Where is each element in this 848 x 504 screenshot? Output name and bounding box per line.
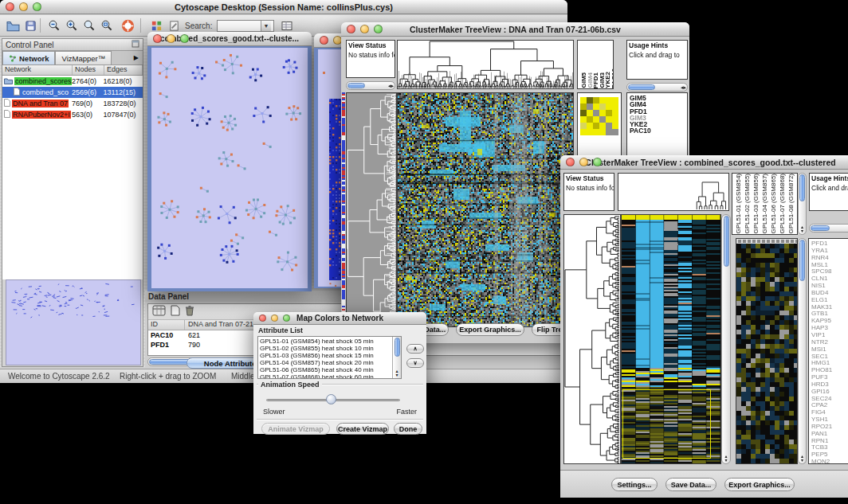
move-down-button[interactable]: ∨ bbox=[406, 358, 424, 368]
scrollbar-thumb[interactable] bbox=[811, 225, 830, 231]
scroll-arrows-icon[interactable]: ▴▾ bbox=[801, 455, 803, 463]
column-label[interactable]: GPL51-06 (GSM865) bbox=[770, 174, 779, 234]
float-panel-icon[interactable] bbox=[132, 40, 139, 49]
tab-scroll-right-icon[interactable]: ▶ bbox=[130, 51, 143, 64]
network-window-titlebar[interactable]: combined_scores_good.txt--cluste... bbox=[147, 32, 312, 46]
scrollbar-thumb[interactable] bbox=[347, 83, 365, 88]
attribute-item[interactable]: GPL51-01 (GSM854) heat shock 05 min bbox=[260, 338, 391, 345]
scrollbar-thumb[interactable] bbox=[799, 240, 805, 281]
zoom-button[interactable] bbox=[180, 34, 189, 43]
attribute-item[interactable]: GPL51-06 (GSM865) heat shock 40 min bbox=[260, 366, 391, 373]
scrollbar-thumb[interactable] bbox=[628, 84, 655, 90]
minimize-button[interactable] bbox=[271, 315, 278, 322]
delete-attribute-icon[interactable] bbox=[185, 305, 194, 319]
minimize-button[interactable] bbox=[167, 34, 175, 43]
network-table-row[interactable]: combined_sco2569(6)13112(15) bbox=[2, 87, 143, 98]
scroll-arrows-icon[interactable]: ▴▾ bbox=[395, 369, 398, 378]
minimize-button[interactable] bbox=[360, 25, 369, 33]
search-field[interactable] bbox=[218, 21, 261, 31]
scroll-arrows-icon[interactable]: ▴▾ bbox=[724, 455, 727, 463]
heatmap-canvas[interactable] bbox=[398, 93, 573, 326]
zoom-heatmap-canvas[interactable] bbox=[736, 239, 797, 463]
column-label[interactable]: GPL51-03 (GSM856) bbox=[752, 174, 761, 234]
annotation-icon[interactable] bbox=[166, 18, 182, 33]
settings-button[interactable]: Settings... bbox=[611, 478, 658, 491]
attribute-listbox[interactable]: GPL51-01 (GSM854) heat shock 05 minGPL51… bbox=[257, 336, 402, 379]
help-lifering-icon[interactable] bbox=[120, 18, 135, 33]
treeview1-titlebar[interactable]: ClusterMaker TreeView : DNA and Tran 07-… bbox=[341, 22, 689, 37]
network-view-canvas[interactable] bbox=[151, 48, 308, 288]
close-button[interactable] bbox=[6, 2, 14, 11]
export-graphics-button[interactable]: Export Graphics... bbox=[456, 323, 524, 336]
zoom-button[interactable] bbox=[283, 315, 290, 322]
tab-network[interactable]: Network bbox=[2, 51, 55, 64]
network-table-row[interactable]: DNA and Tran 07769(0)183728(0) bbox=[2, 98, 143, 109]
vizmapper-icon[interactable] bbox=[148, 18, 164, 33]
column-label[interactable]: GPL51-07 (GSM868) bbox=[779, 174, 787, 234]
search-input[interactable]: ▼ bbox=[217, 20, 274, 32]
close-button[interactable] bbox=[320, 36, 328, 45]
zoom-button[interactable] bbox=[374, 25, 383, 33]
zoom-button[interactable] bbox=[33, 2, 41, 11]
zoom-button[interactable] bbox=[593, 158, 602, 166]
attribute-item[interactable]: GPL51-02 (GSM855) heat shock 10 min bbox=[260, 345, 391, 352]
row-dendrogram-canvas[interactable] bbox=[347, 93, 396, 326]
scrollbar-thumb[interactable] bbox=[724, 216, 729, 267]
gene-label[interactable]: MON2 bbox=[811, 459, 848, 464]
slider-thumb[interactable] bbox=[326, 394, 336, 404]
column-label[interactable]: YKE2 bbox=[604, 72, 610, 88]
column-label[interactable]: GPL51-01 (GSM854) bbox=[735, 174, 744, 234]
treeview2-titlebar[interactable]: ClusterMaker TreeView : combined_scores_… bbox=[560, 155, 848, 170]
zoom-selected-icon[interactable] bbox=[81, 18, 97, 33]
animate-vizmap-button[interactable]: Animate Vizmap bbox=[261, 423, 330, 435]
usage-hints-scrollbar[interactable]: ◂▸ bbox=[809, 224, 848, 232]
zoom-out-icon[interactable] bbox=[46, 18, 62, 33]
attribute-table-icon[interactable] bbox=[279, 18, 295, 33]
network-table-row[interactable]: RNAPuberNov2+I563(0)107847(0) bbox=[2, 109, 143, 120]
column-label[interactable]: GPL51-04 (GSM857) bbox=[761, 174, 770, 234]
export-graphics-button[interactable]: Export Graphics... bbox=[724, 478, 795, 491]
zoom-in-icon[interactable] bbox=[64, 18, 80, 33]
scroll-arrows-icon[interactable]: ◂▸ bbox=[388, 83, 395, 88]
open-file-icon[interactable] bbox=[5, 18, 21, 33]
column-label[interactable]: GPL51-02 (GSM855) bbox=[744, 174, 752, 234]
main-titlebar[interactable]: Cytoscape Desktop (Session Name: collins… bbox=[0, 0, 567, 14]
column-label[interactable]: GIM5 bbox=[580, 72, 587, 88]
column-label[interactable]: PFD1 bbox=[592, 72, 599, 88]
network-table-row[interactable]: combined_scores2764(0)16218(0) bbox=[2, 76, 143, 87]
scroll-arrows-icon[interactable]: ▴▾ bbox=[801, 225, 803, 234]
scroll-arrows-icon[interactable]: ◂▸ bbox=[681, 84, 687, 90]
row-dendrogram-canvas[interactable] bbox=[564, 215, 620, 463]
move-up-button[interactable]: ∧ bbox=[406, 344, 424, 354]
dialog-titlebar[interactable]: Map Colors to Network bbox=[253, 312, 426, 325]
save-data-button[interactable]: Save Data... bbox=[665, 478, 716, 491]
column-label[interactable]: PAC10 bbox=[610, 68, 614, 88]
column-label[interactable]: GIM4 bbox=[587, 72, 593, 88]
view-status-scrollbar[interactable]: ◂▸ bbox=[346, 81, 395, 90]
usage-hints-scrollbar[interactable]: ◂▸ bbox=[626, 83, 688, 92]
minimize-button[interactable] bbox=[579, 158, 588, 166]
column-label[interactable]: GPL51-08 (GSM872) bbox=[787, 174, 796, 234]
scrollbar-thumb[interactable] bbox=[395, 338, 400, 357]
zoom-fit-icon[interactable] bbox=[99, 18, 115, 33]
tab-vizmapper[interactable]: VizMapper™ bbox=[55, 51, 112, 64]
column-dendrogram-canvas[interactable] bbox=[618, 174, 728, 210]
minimize-button[interactable] bbox=[19, 2, 28, 11]
list-scrollbar[interactable]: ▴▾ bbox=[392, 337, 401, 378]
chevron-down-icon[interactable]: ▼ bbox=[261, 21, 271, 31]
close-button[interactable] bbox=[347, 25, 355, 33]
done-button[interactable]: Done bbox=[394, 423, 422, 435]
close-button[interactable] bbox=[153, 34, 162, 43]
attribute-item[interactable]: GPL51-07 (GSM868) heat shock 60 min bbox=[260, 373, 391, 379]
scrollbar-thumb[interactable] bbox=[799, 174, 805, 201]
gene-label[interactable]: PAC10 bbox=[630, 127, 687, 134]
close-button[interactable] bbox=[566, 158, 575, 166]
create-vizmap-button[interactable]: Create Vizmap bbox=[336, 423, 389, 435]
save-icon[interactable] bbox=[22, 18, 38, 33]
column-labels-scrollbar[interactable]: ▴▾ bbox=[798, 173, 807, 235]
attribute-item[interactable]: GPL51-04 (GSM857) heat shock 20 min bbox=[260, 359, 391, 366]
column-dendrogram-canvas[interactable] bbox=[398, 41, 573, 88]
column-label[interactable]: GIM3 bbox=[599, 72, 605, 88]
attribute-item[interactable]: GPL51-03 (GSM856) heat shock 15 min bbox=[260, 352, 391, 359]
close-button[interactable] bbox=[259, 315, 266, 322]
